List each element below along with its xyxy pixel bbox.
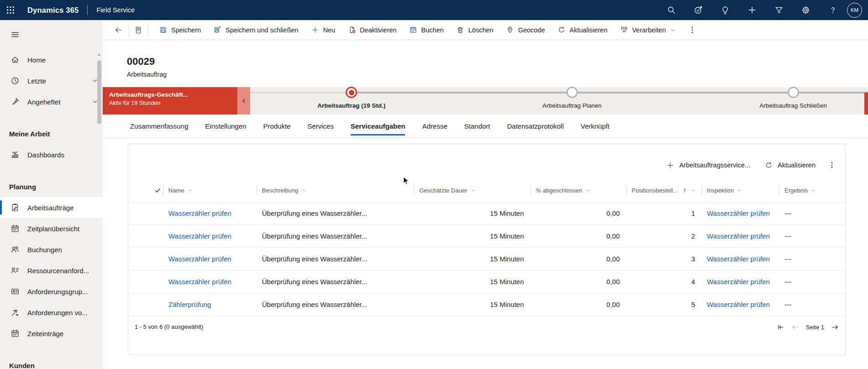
next-page-icon[interactable]: [831, 323, 839, 331]
grid-refresh-button[interactable]: Aktualisieren: [758, 156, 822, 174]
sidebar-section-kunden[interactable]: Kunden: [0, 355, 103, 369]
waffle-menu-icon[interactable]: [6, 5, 15, 15]
form-icon[interactable]: [131, 23, 145, 37]
task-name-link[interactable]: Zählerprüfung: [168, 301, 211, 308]
tab-zusammenfassung[interactable]: Zusammenfassung: [130, 114, 188, 138]
tab-services[interactable]: Services: [308, 114, 334, 138]
column-header-inspektion[interactable]: Inspektion: [701, 179, 779, 202]
first-page-icon[interactable]: [777, 323, 784, 331]
sidebar-item-anforderungsgruppen[interactable]: Anforderungsgrup...: [0, 281, 103, 302]
grid-overflow-icon[interactable]: [823, 156, 841, 174]
inspection-link[interactable]: Wasserzähler prüfen: [707, 278, 770, 286]
stage-arbeitsauftrag[interactable]: Arbeitsauftrag (19 Std.): [317, 87, 385, 109]
geocode-button[interactable]: Geocode: [500, 22, 551, 38]
task-result: ---: [784, 209, 791, 217]
column-header-name[interactable]: Name: [163, 179, 256, 202]
task-line-order: 1: [691, 209, 695, 217]
inspection-link[interactable]: Wasserzähler prüfen: [707, 255, 770, 263]
sidebar-section-meine-arbeit[interactable]: Meine Arbeit: [0, 123, 103, 144]
tab-produkte[interactable]: Produkte: [263, 114, 291, 138]
column-header-beschreibung[interactable]: Beschreibung: [256, 179, 414, 202]
save-button[interactable]: Speichern: [153, 22, 207, 38]
sidebar-item-anforderungen-von[interactable]: Anforderungen vo...: [0, 302, 103, 323]
back-icon[interactable]: [112, 23, 125, 37]
sidebar-item-ressourcenanforderungen[interactable]: Ressourcenanford...: [0, 260, 103, 281]
book-button[interactable]: Buchen: [403, 22, 450, 38]
tab-adresse[interactable]: Adresse: [422, 114, 447, 138]
sidebar-scroll-up-icon[interactable]: [97, 53, 101, 57]
map-pin-icon: [506, 26, 514, 34]
add-work-order-service-task-button[interactable]: Arbeitsauftragsservice...: [659, 156, 757, 174]
tab-serviceaufgaben[interactable]: Serviceaufgaben: [350, 114, 405, 138]
task-result: ---: [784, 232, 791, 240]
sidebar-item-buchungen[interactable]: Buchungen: [0, 239, 103, 260]
inspection-link[interactable]: Wasserzähler prüfen: [707, 209, 770, 217]
previous-page-icon[interactable]: [791, 323, 799, 331]
new-button[interactable]: Neu: [305, 22, 342, 38]
tab-standort[interactable]: Standort: [464, 114, 490, 138]
stage-arbeitsauftrag-schliessen[interactable]: Arbeitsauftrag Schließen: [759, 87, 827, 109]
main-content: Speichern Speichern und schließen Neu: [103, 20, 868, 369]
hamburger-menu-icon[interactable]: [10, 30, 20, 39]
sidebar-item-zeitplanuebersicht[interactable]: Zeitplanübersicht: [0, 218, 103, 239]
tab-einstellungen[interactable]: Einstellungen: [205, 114, 246, 138]
clock-icon: [10, 76, 20, 85]
settings-gear-icon[interactable]: [801, 5, 810, 15]
delete-button[interactable]: Löschen: [450, 22, 500, 38]
filter-icon[interactable]: [774, 5, 784, 15]
sidebar-item-recent[interactable]: Letzte: [0, 70, 103, 91]
pagination: Seite 1: [777, 323, 839, 331]
process-button[interactable]: Verarbeiten: [614, 22, 682, 38]
table-row[interactable]: Wasserzähler prüfen Überprüfung eines Wa…: [128, 224, 845, 247]
task-name-link[interactable]: Wasserzähler prüfen: [168, 255, 231, 263]
table-row[interactable]: Wasserzähler prüfen Überprüfung eines Wa…: [128, 270, 845, 293]
sidebar-item-arbeitsauftraege[interactable]: Arbeitsaufträge: [0, 197, 103, 218]
table-row[interactable]: Zählerprüfung Überprüfung eines Wasserzä…: [128, 293, 845, 316]
save-and-close-button[interactable]: Speichern und schließen: [207, 22, 305, 38]
grid-toolbar: Arbeitsauftragsservice... Aktualisieren: [128, 144, 845, 179]
stage-collapse-icon[interactable]: [237, 87, 250, 114]
tab-datensatzprotokoll[interactable]: Datensatzprotokoll: [507, 114, 564, 138]
sidebar-section-planung[interactable]: Planung: [0, 176, 103, 197]
brand-title[interactable]: Dynamics 365: [27, 6, 78, 15]
tab-verknuepft[interactable]: Verknüpft: [580, 114, 609, 138]
deactivate-button[interactable]: Deaktivieren: [342, 22, 403, 38]
task-duration: 15 Minuten: [490, 232, 524, 240]
search-icon[interactable]: [667, 5, 676, 15]
stage-dot-icon: [346, 87, 357, 98]
dashboard-icon: [10, 150, 20, 159]
lightbulb-icon[interactable]: [721, 5, 730, 15]
active-stage-box[interactable]: Arbeitsauftrags-Geschäft... Aktiv für 19…: [103, 87, 237, 114]
column-header-abgeschlossen[interactable]: % abgeschlossen: [530, 179, 626, 202]
chevron-down-icon: [811, 188, 816, 193]
task-name-link[interactable]: Wasserzähler prüfen: [168, 209, 231, 217]
sidebar-item-pinned[interactable]: Angeheftet: [0, 91, 103, 112]
refresh-button[interactable]: Aktualisieren: [551, 22, 614, 38]
advisor-check-icon[interactable]: [694, 5, 703, 15]
user-avatar[interactable]: KM: [847, 3, 862, 18]
table-row[interactable]: Wasserzähler prüfen Überprüfung eines Wa…: [128, 202, 845, 224]
inspection-link[interactable]: Wasserzähler prüfen: [707, 232, 770, 240]
process-stage-track: Arbeitsauftrag (19 Std.) Arbeitsauftrag …: [250, 87, 868, 114]
home-icon: [10, 55, 20, 64]
app-name[interactable]: Field Service: [96, 6, 135, 14]
task-name-link[interactable]: Wasserzähler prüfen: [168, 232, 231, 240]
column-header-ergebnis[interactable]: Ergebnis: [779, 179, 845, 202]
plus-icon: [666, 161, 674, 169]
sidebar-item-zeiteintraege[interactable]: Zeiteinträge: [0, 323, 103, 344]
help-icon[interactable]: [828, 5, 837, 15]
stage-arbeitsauftrag-planen[interactable]: Arbeitsauftrag Planen: [543, 87, 602, 109]
sidebar-scrollbar[interactable]: [97, 60, 101, 124]
column-header-geschaetzte-dauer[interactable]: Geschätzte Dauer: [414, 179, 530, 202]
calendar-icon: [10, 224, 20, 233]
column-header-positionsbestellung[interactable]: Positionsbestell...: [626, 179, 701, 202]
command-overflow-icon[interactable]: [685, 23, 699, 37]
task-result: ---: [784, 301, 791, 308]
select-all-cell[interactable]: [152, 179, 163, 202]
sidebar-item-home[interactable]: Home: [0, 49, 103, 70]
sidebar-item-dashboards[interactable]: Dashboards: [0, 144, 103, 165]
table-row[interactable]: Wasserzähler prüfen Überprüfung eines Wa…: [128, 247, 845, 270]
inspection-link[interactable]: Wasserzähler prüfen: [707, 301, 770, 308]
quick-create-icon[interactable]: [748, 5, 757, 15]
task-name-link[interactable]: Wasserzähler prüfen: [168, 278, 231, 286]
